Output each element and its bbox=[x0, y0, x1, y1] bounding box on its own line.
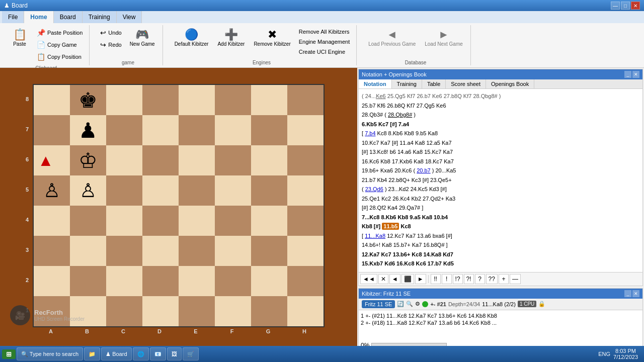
square-g4[interactable] bbox=[251, 206, 287, 236]
default-kibitzer-button[interactable]: 🔵 Default Kibitzer bbox=[171, 27, 212, 56]
square-d1[interactable] bbox=[142, 296, 179, 326]
square-b4[interactable] bbox=[70, 206, 106, 236]
square-g7[interactable] bbox=[251, 115, 287, 145]
square-f1[interactable] bbox=[215, 296, 251, 326]
square-g6[interactable] bbox=[251, 145, 287, 175]
toolbar-blunder-button[interactable]: ?? bbox=[486, 274, 498, 284]
tab-openings-book[interactable]: Openings Book bbox=[486, 79, 534, 88]
square-h2[interactable] bbox=[287, 266, 324, 296]
notation-close-button[interactable]: ✕ bbox=[632, 71, 639, 78]
remove-all-kibitzers-button[interactable]: Remove All Kibitzers bbox=[296, 27, 353, 36]
tab-table[interactable]: Table bbox=[422, 79, 446, 88]
toolbar-plus-button[interactable]: + bbox=[499, 274, 509, 284]
square-h1[interactable] bbox=[287, 296, 324, 326]
kibitzer-close-button[interactable]: ✕ bbox=[632, 290, 639, 297]
square-f3[interactable] bbox=[215, 236, 251, 266]
tab-notation[interactable]: Notation bbox=[359, 79, 392, 88]
square-e5[interactable] bbox=[179, 175, 215, 206]
square-b3[interactable] bbox=[70, 236, 106, 266]
square-a5[interactable]: ♙ bbox=[34, 175, 70, 206]
square-h7[interactable] bbox=[287, 115, 324, 145]
square-e3[interactable] bbox=[179, 236, 215, 266]
engine-config-icon[interactable]: ⚙ bbox=[415, 301, 420, 307]
square-c2[interactable] bbox=[106, 266, 142, 296]
square-e6[interactable] bbox=[179, 145, 215, 175]
square-d7[interactable] bbox=[142, 115, 179, 145]
square-e7[interactable] bbox=[179, 115, 215, 145]
square-b8[interactable]: ♚ bbox=[70, 85, 106, 115]
create-uci-button[interactable]: Create UCI Engine bbox=[296, 47, 353, 56]
tab-board[interactable]: Board bbox=[54, 11, 83, 23]
square-f5[interactable] bbox=[215, 175, 251, 206]
square-a2[interactable] bbox=[34, 266, 70, 296]
square-c3[interactable] bbox=[106, 236, 142, 266]
square-g3[interactable] bbox=[251, 236, 287, 266]
remove-kibitzer-button[interactable]: ✖ Remove Kibitzer bbox=[250, 27, 294, 56]
square-d2[interactable] bbox=[142, 266, 179, 296]
square-c5[interactable] bbox=[106, 175, 142, 206]
tab-view[interactable]: View bbox=[117, 11, 142, 23]
toolbar-first-button[interactable]: ◄◄ bbox=[360, 274, 377, 284]
toolbar-stop-button[interactable]: ✕ bbox=[378, 274, 388, 284]
maximize-button[interactable]: □ bbox=[621, 2, 630, 10]
toolbar-interesting-button[interactable]: !? bbox=[453, 274, 463, 284]
taskbar-app-photos[interactable]: 🖼 bbox=[167, 347, 182, 360]
load-next-button[interactable]: ► Load Next Game bbox=[421, 27, 466, 49]
load-prev-button[interactable]: ◄ Load Previous Game bbox=[365, 27, 419, 49]
square-e2[interactable] bbox=[179, 266, 215, 296]
paste-button[interactable]: 📋 Paste bbox=[7, 27, 32, 49]
copy-game-button[interactable]: 📄Copy Game bbox=[34, 39, 85, 50]
square-a8[interactable] bbox=[34, 85, 70, 115]
square-d8[interactable] bbox=[142, 85, 179, 115]
toolbar-dash-button[interactable]: — bbox=[510, 274, 521, 284]
square-f7[interactable] bbox=[215, 115, 251, 145]
toolbar-mistake-button[interactable]: ? bbox=[475, 274, 485, 284]
engine-zoom-icon[interactable]: 🔍 bbox=[406, 301, 413, 307]
square-b2[interactable] bbox=[70, 266, 106, 296]
minimize-button[interactable]: — bbox=[611, 2, 620, 10]
square-a7[interactable] bbox=[34, 115, 70, 145]
toolbar-good-button[interactable]: ! bbox=[442, 274, 452, 284]
square-d4[interactable] bbox=[142, 206, 179, 236]
square-a3[interactable] bbox=[34, 236, 70, 266]
square-f4[interactable] bbox=[215, 206, 251, 236]
square-a4[interactable] bbox=[34, 206, 70, 236]
square-f2[interactable] bbox=[215, 266, 251, 296]
toolbar-brilliance-button[interactable]: !! bbox=[431, 274, 441, 284]
new-game-button[interactable]: 🎮 New Game bbox=[126, 27, 158, 49]
square-f6[interactable] bbox=[215, 145, 251, 175]
square-c1[interactable] bbox=[106, 296, 142, 326]
tab-home[interactable]: Home bbox=[24, 11, 53, 23]
square-h8[interactable] bbox=[287, 85, 324, 115]
square-c6[interactable] bbox=[106, 145, 142, 175]
copy-position-button[interactable]: 📋Copy Position bbox=[34, 51, 85, 62]
taskbar-search[interactable]: 🔍 Type here to search bbox=[17, 347, 83, 360]
engine-name-button[interactable]: Fritz 11 SE bbox=[362, 300, 395, 308]
square-a6[interactable]: ▲ bbox=[34, 145, 70, 175]
square-h6[interactable] bbox=[287, 145, 324, 175]
square-c7[interactable] bbox=[106, 115, 142, 145]
tab-file[interactable]: File bbox=[2, 11, 24, 23]
square-f8[interactable] bbox=[215, 85, 251, 115]
chess-board[interactable]: ♚ ♟ ▲ ♔ bbox=[33, 84, 325, 327]
toolbar-pause-button[interactable]: ⬛ bbox=[401, 274, 414, 284]
square-g8[interactable] bbox=[251, 85, 287, 115]
redo-button[interactable]: ↪Redo bbox=[98, 39, 124, 50]
start-button[interactable]: ⊞ bbox=[2, 349, 16, 359]
square-h4[interactable] bbox=[287, 206, 324, 236]
square-e1[interactable] bbox=[179, 296, 215, 326]
square-e4[interactable] bbox=[179, 206, 215, 236]
square-d5[interactable] bbox=[142, 175, 179, 206]
taskbar-app-browser[interactable]: 🌐 bbox=[133, 347, 149, 360]
square-d6[interactable] bbox=[142, 145, 179, 175]
taskbar-file-explorer[interactable]: 📁 bbox=[84, 347, 100, 360]
taskbar-app-mail[interactable]: 📧 bbox=[150, 347, 166, 360]
toolbar-prev-button[interactable]: ◄ bbox=[389, 274, 400, 284]
square-c8[interactable] bbox=[106, 85, 142, 115]
add-kibitzer-button[interactable]: ➕ Add Kibitzer bbox=[214, 27, 248, 56]
square-b6[interactable]: ♔ bbox=[70, 145, 106, 175]
square-e8[interactable] bbox=[179, 85, 215, 115]
square-b7[interactable]: ♟ bbox=[70, 115, 106, 145]
square-h3[interactable] bbox=[287, 236, 324, 266]
square-d3[interactable] bbox=[142, 236, 179, 266]
